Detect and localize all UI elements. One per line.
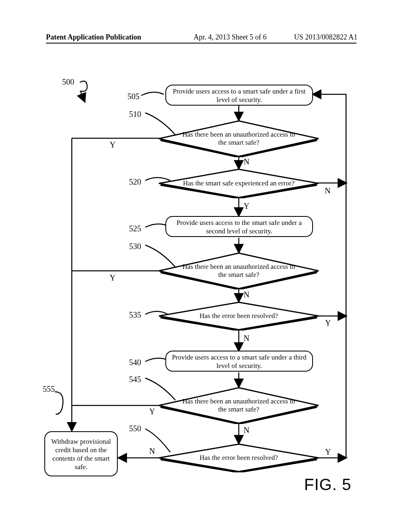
ref-545: 545 [129,375,141,384]
edge-520-y: Y [244,202,249,211]
edge-535-y: Y [325,318,331,328]
decision-545: Has there been an unauthorized access to… [158,387,319,424]
edge-510-y: Y [110,140,115,150]
ref-505: 505 [127,92,140,101]
process-555: Withdraw provisional credit based on the… [44,431,118,476]
patent-page: Patent Application Publication Apr. 4, 2… [0,0,413,532]
edge-535-n: N [244,334,249,343]
ref-520: 520 [129,177,141,187]
ref-510: 510 [129,110,141,119]
decision-510-text: Has there been an unauthorized access to… [158,120,319,157]
decision-520-text: Has the smart safe experienced an error? [158,168,319,198]
header-rule [46,43,357,44]
decision-510: Has there been an unauthorized access to… [158,120,319,157]
ref-555: 555 [43,384,55,394]
process-525: Provide users access to the smart safe u… [165,216,313,237]
ref-530: 530 [129,242,141,251]
edge-520-n: N [325,186,330,195]
decision-550-text: Has the error been resolved? [158,443,319,472]
process-505: Provide users access to a smart safe und… [165,85,313,106]
ref-500: 500 [62,77,74,87]
header-right: US 2013/0082822 A1 [294,33,357,42]
ref-535: 535 [129,310,141,320]
decision-550: Has the error been resolved? [158,443,319,472]
edge-545-y: Y [149,407,155,416]
edge-550-y: Y [325,447,331,457]
edge-510-n: N [244,157,249,166]
decision-545-text: Has there been an unauthorized access to… [158,387,319,424]
decision-520: Has the smart safe experienced an error? [158,168,319,198]
decision-530: Has there been an unauthorized access to… [158,252,319,289]
decision-530-text: Has there been an unauthorized access to… [158,252,319,289]
ref-540: 540 [129,358,141,367]
header-left: Patent Application Publication [46,33,141,42]
edge-545-n: N [244,426,249,435]
edge-550-n: N [149,447,155,456]
header-mid: Apr. 4, 2013 Sheet 5 of 6 [194,33,267,42]
decision-535-text: Has the error been resolved? [158,301,319,330]
ref-550: 550 [129,424,141,433]
figure-label: FIG. 5 [304,476,351,494]
decision-535: Has the error been resolved? [158,301,319,330]
ref-525: 525 [129,224,141,233]
process-540: Provide users access to a smart safe und… [165,351,313,372]
edge-530-n: N [244,290,249,299]
edge-530-y: Y [110,273,115,283]
